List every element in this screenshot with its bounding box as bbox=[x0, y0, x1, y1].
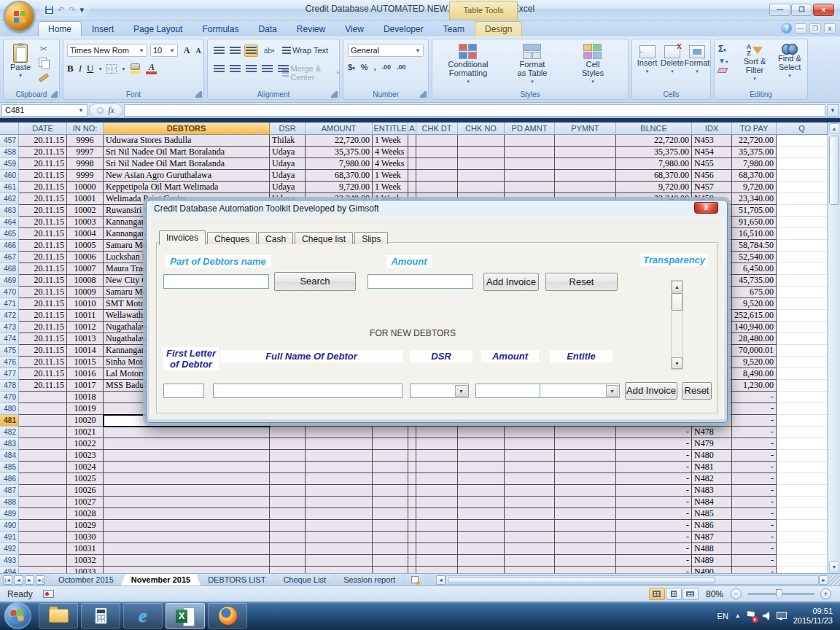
cell[interactable] bbox=[270, 497, 306, 508]
cell[interactable]: 10029 bbox=[67, 520, 104, 532]
cell[interactable]: 10023 bbox=[67, 450, 104, 462]
cell[interactable] bbox=[505, 508, 555, 520]
sheet-tab-november-2015[interactable]: November 2015 bbox=[121, 574, 201, 586]
cell[interactable]: - bbox=[732, 532, 777, 543]
cell[interactable]: 140,940.00 bbox=[732, 322, 777, 333]
cell[interactable] bbox=[777, 508, 828, 520]
cell[interactable] bbox=[408, 438, 416, 450]
cell[interactable] bbox=[19, 473, 67, 485]
cell[interactable] bbox=[306, 543, 373, 555]
cell[interactable] bbox=[777, 158, 828, 170]
scroll-up-icon[interactable]: ▲ bbox=[829, 123, 839, 134]
align-right-icon[interactable] bbox=[244, 63, 258, 75]
cell[interactable]: 252,615.00 bbox=[732, 310, 777, 322]
row-header[interactable]: 488 bbox=[0, 497, 19, 508]
row-header[interactable]: 485 bbox=[0, 462, 19, 473]
row-header[interactable]: 468 bbox=[0, 263, 19, 275]
cell[interactable]: Sri Nil Nadee Oil Mart Boralanda bbox=[104, 158, 270, 170]
cell[interactable] bbox=[458, 135, 505, 147]
row-header[interactable]: 490 bbox=[0, 520, 19, 532]
cell[interactable] bbox=[777, 427, 828, 438]
cell[interactable]: - bbox=[732, 392, 777, 403]
cell[interactable] bbox=[555, 497, 616, 508]
cell[interactable] bbox=[416, 450, 458, 462]
cell[interactable] bbox=[104, 438, 270, 450]
cell[interactable] bbox=[270, 520, 306, 532]
cell[interactable] bbox=[416, 438, 458, 450]
cell[interactable] bbox=[555, 182, 616, 193]
cell[interactable] bbox=[270, 427, 306, 438]
sheet-tab-octomber-2015[interactable]: Octomber 2015 bbox=[48, 574, 124, 586]
scroll-down-icon[interactable]: ▼ bbox=[829, 561, 839, 572]
ribbon-tab-formulas[interactable]: Formulas bbox=[192, 22, 248, 36]
cell[interactable]: - bbox=[616, 438, 692, 450]
cell[interactable] bbox=[458, 147, 505, 158]
cell[interactable]: - bbox=[616, 555, 692, 567]
cell[interactable] bbox=[416, 158, 458, 170]
cell[interactable]: N484 bbox=[692, 497, 732, 508]
cell[interactable] bbox=[408, 532, 416, 543]
cell[interactable] bbox=[777, 532, 828, 543]
cell[interactable] bbox=[104, 532, 270, 543]
fill-color-button[interactable] bbox=[130, 63, 141, 74]
cell[interactable]: 35,375.00 bbox=[616, 147, 692, 158]
cell[interactable] bbox=[555, 170, 616, 182]
full-name-input[interactable] bbox=[213, 384, 402, 398]
cell[interactable]: 10027 bbox=[67, 497, 104, 508]
cell[interactable] bbox=[416, 520, 458, 532]
cell[interactable] bbox=[373, 567, 408, 573]
row-header[interactable]: 492 bbox=[0, 543, 19, 555]
cell[interactable] bbox=[458, 462, 505, 473]
ribbon-tab-team[interactable]: Team bbox=[434, 22, 474, 36]
cell[interactable]: N488 bbox=[692, 543, 732, 555]
add-invoice-button[interactable]: Add Invoice bbox=[483, 273, 539, 291]
normal-view-icon[interactable] bbox=[649, 588, 665, 600]
cell[interactable] bbox=[505, 462, 555, 473]
new-amount-input[interactable] bbox=[475, 384, 541, 398]
dialog-tab-slips[interactable]: Slips bbox=[354, 232, 388, 244]
cell[interactable] bbox=[458, 427, 505, 438]
cell[interactable] bbox=[777, 135, 828, 147]
cell[interactable]: 35,375.00 bbox=[732, 147, 777, 158]
taskbar-ie-button[interactable]: e bbox=[123, 603, 163, 629]
font-name-combo[interactable]: Times New Rom ▼ bbox=[67, 44, 147, 57]
cell[interactable] bbox=[104, 462, 270, 473]
sheet-tab-session-report[interactable]: Session report bbox=[333, 574, 405, 586]
cell[interactable] bbox=[104, 520, 270, 532]
cell[interactable] bbox=[777, 497, 828, 508]
cell[interactable]: 10003 bbox=[67, 217, 104, 228]
cell[interactable]: 20.11.15 bbox=[19, 252, 67, 263]
network-icon[interactable] bbox=[777, 612, 787, 621]
cell[interactable] bbox=[19, 543, 67, 555]
entitle-combo[interactable]: ▼ bbox=[540, 384, 620, 398]
cell[interactable]: 20.11.15 bbox=[19, 298, 67, 310]
accounting-format-icon[interactable]: $▾ bbox=[348, 63, 355, 71]
first-letter-input[interactable] bbox=[163, 384, 204, 398]
column-header-blnce[interactable]: BLNCE bbox=[616, 122, 692, 135]
cell[interactable] bbox=[373, 497, 408, 508]
cell[interactable]: 68,370.00 bbox=[616, 170, 692, 182]
cell[interactable]: 10030 bbox=[67, 532, 104, 543]
comma-style-icon[interactable]: , bbox=[373, 63, 376, 71]
cell[interactable]: 10015 bbox=[67, 357, 104, 368]
cell[interactable]: Udaya bbox=[270, 147, 306, 158]
cell[interactable] bbox=[306, 473, 373, 485]
cell[interactable] bbox=[777, 287, 828, 298]
cell[interactable]: 68,370.00 bbox=[306, 170, 373, 182]
cell[interactable] bbox=[416, 508, 458, 520]
cell[interactable]: - bbox=[732, 520, 777, 532]
cell[interactable] bbox=[555, 508, 616, 520]
cell[interactable]: 10011 bbox=[67, 310, 104, 322]
cell[interactable] bbox=[505, 555, 555, 567]
cell[interactable]: 10013 bbox=[67, 333, 104, 345]
row-header[interactable]: 467 bbox=[0, 252, 19, 263]
row-header[interactable]: 476 bbox=[0, 357, 19, 368]
cell[interactable] bbox=[416, 543, 458, 555]
transparency-thumb[interactable] bbox=[672, 293, 682, 311]
cell[interactable]: 7,980.00 bbox=[616, 158, 692, 170]
cell[interactable]: - bbox=[732, 508, 777, 520]
zoom-slider-thumb[interactable] bbox=[776, 589, 782, 599]
tray-expand-icon[interactable]: ▲ bbox=[735, 612, 741, 619]
borders-dropdown-icon[interactable]: ▾ bbox=[122, 66, 125, 72]
cell[interactable]: 675.00 bbox=[732, 287, 777, 298]
